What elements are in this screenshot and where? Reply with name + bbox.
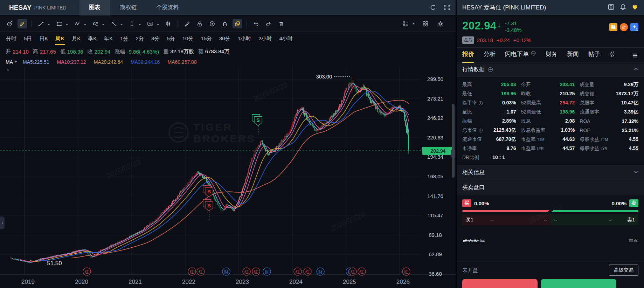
panel-tab-5[interactable]: 帖子 [588, 50, 600, 63]
panel-tab-4[interactable]: 新闻 [567, 50, 579, 63]
panel-tab-3[interactable]: 财务 [546, 50, 558, 63]
chevron-up-icon[interactable] [633, 67, 638, 73]
svg-text:红: 红 [198, 269, 203, 274]
timeframe-3分[interactable]: 3分 [151, 33, 160, 45]
more-options-icon[interactable] [487, 67, 493, 73]
chevron-down-icon[interactable] [633, 170, 638, 176]
undo-icon[interactable] [251, 19, 261, 28]
panel-tab-1[interactable]: 分析 [484, 50, 496, 63]
timeframe-2分[interactable]: 2分 [136, 33, 144, 45]
panel-tab-6[interactable]: 公 [610, 50, 614, 63]
ohlc-label: 量 [163, 48, 168, 55]
redo-icon[interactable] [264, 19, 273, 28]
timeframe-1小时[interactable]: 1小时 [237, 33, 251, 45]
quote-value: 2125.43亿 [493, 127, 516, 133]
section-order-book[interactable]: 买卖盘口 [457, 180, 644, 195]
chart-header-tabs: 图表期权链个股资料 [79, 0, 189, 15]
svg-text:2020: 2020 [75, 279, 88, 285]
arrow-tool-icon[interactable] [109, 19, 118, 28]
draw-pencil-icon[interactable] [18, 19, 27, 28]
timeframe-1分[interactable]: 1分 [120, 33, 129, 45]
refresh-icon[interactable] [428, 2, 438, 13]
more-options-icon[interactable] [531, 50, 536, 58]
timeframe-4小时[interactable]: 4小时 [279, 33, 293, 45]
timeframe-5日[interactable]: 5日 [23, 33, 32, 45]
timeframe-月K[interactable]: 月K [71, 33, 81, 45]
info-icon[interactable] [478, 128, 483, 133]
quote-label: 流通股本 [580, 109, 599, 115]
rect-tool-icon[interactable] [54, 19, 64, 28]
quote-label: ROA [580, 118, 590, 124]
panel-tab-2[interactable]: 闪电下单 [505, 50, 536, 63]
gear-icon[interactable] [436, 19, 445, 28]
marker-pen-icon[interactable] [182, 19, 192, 28]
caret-down-icon[interactable] [48, 24, 50, 26]
bell-icon[interactable] [619, 4, 626, 12]
link-icon[interactable] [233, 19, 242, 28]
timeframe-年K[interactable]: 年K [104, 33, 113, 45]
caret-down-icon[interactable] [120, 24, 123, 26]
wave-tool-icon[interactable] [72, 19, 82, 28]
lock-open-icon[interactable] [195, 19, 204, 28]
timeframe-分时[interactable]: 分时 [6, 33, 17, 45]
timeframe-2小时[interactable]: 2小时 [258, 33, 272, 45]
advanced-trade-button[interactable]: 高级交易 [609, 265, 638, 276]
timeframe-30分[interactable]: 30分 [219, 33, 231, 45]
caret-down-icon[interactable] [412, 23, 415, 25]
magnet-icon[interactable] [220, 19, 229, 28]
bullseye-icon[interactable] [207, 19, 217, 28]
expand-icon[interactable] [442, 2, 452, 13]
bookmark-icon[interactable] [608, 4, 615, 12]
sell-button[interactable] [541, 279, 616, 288]
svg-text:红: 红 [254, 269, 258, 274]
ohlc-value: 32.18万股 [170, 48, 194, 55]
header-tab-1[interactable]: 期权链 [110, 0, 147, 15]
trend-line-icon[interactable] [36, 19, 46, 28]
grid-icon[interactable] [421, 19, 430, 28]
header-tab-2[interactable]: 个股资料 [147, 0, 189, 15]
swap-badge-icon[interactable] [620, 23, 628, 31]
gann-lines-icon[interactable]: G [91, 19, 100, 28]
ma-selector[interactable]: MA [6, 59, 13, 65]
chart-module: HESAY PINK LIMITED 图表期权链个股资料 GAa 分时5日日K周… [0, 0, 456, 288]
margin-badge[interactable]: 融 [609, 23, 617, 31]
caret-down-icon[interactable] [102, 24, 104, 26]
svg-text:财: 财 [265, 269, 269, 274]
caret-down-icon[interactable] [139, 24, 141, 26]
caret-down-icon[interactable] [84, 24, 86, 26]
section-related-info[interactable]: 相关信息 [457, 165, 644, 180]
timeframe-10分[interactable]: 10分 [182, 33, 194, 45]
bid1-size: -- [543, 217, 547, 223]
text-height-icon[interactable] [127, 19, 137, 28]
timeframe-季K[interactable]: 季K [88, 33, 97, 45]
quote-cell: 市盈率LYR44.57 [521, 145, 580, 152]
after-hours-row: 盘后 203.18 +0.24 +0.12% [462, 36, 638, 44]
panel-tab-0[interactable]: 报价 [462, 50, 474, 63]
candle-pattern-icon[interactable] [164, 19, 173, 28]
section-quote-data[interactable]: 行情数据 [457, 62, 644, 77]
buy-tag: 买 [462, 199, 471, 207]
timeframe-周K[interactable]: 周K [55, 33, 65, 45]
caret-down-icon[interactable] [157, 24, 159, 26]
heart-icon[interactable] [631, 4, 638, 12]
sidebar-collapse-handle[interactable]: ‹ [0, 217, 5, 229]
price-down-arrow: ↓ [497, 20, 501, 29]
label-aa-icon[interactable]: Aa [145, 19, 155, 28]
header-tab-0[interactable]: 图表 [79, 0, 110, 15]
info-icon[interactable] [478, 101, 483, 105]
flash-order-badge-icon[interactable]: 1 [630, 23, 638, 31]
layout-list-icon[interactable] [401, 19, 410, 28]
trash-icon[interactable] [276, 19, 286, 28]
quote-cell: 量比1.07 [462, 109, 521, 115]
timeframe-日K[interactable]: 日K [39, 33, 48, 45]
gauge-icon[interactable] [5, 19, 14, 28]
candlestick-chart[interactable]: TIGERBROKERS303.0051.50SBB红红红财红红财红红财财红红红… [0, 67, 456, 288]
timeframe-5分[interactable]: 5分 [166, 33, 175, 45]
caret-down-icon[interactable] [66, 24, 68, 26]
buy-button[interactable] [462, 279, 538, 288]
quote-grid: 最高205.03今开203.41成交量9.29万最低198.96昨收210.25… [457, 77, 644, 165]
chart-scrollbar[interactable] [452, 104, 455, 178]
caret-down-icon[interactable] [14, 61, 17, 63]
timeframe-15分[interactable]: 15分 [200, 33, 212, 45]
tab-menu-icon[interactable] [632, 52, 638, 60]
